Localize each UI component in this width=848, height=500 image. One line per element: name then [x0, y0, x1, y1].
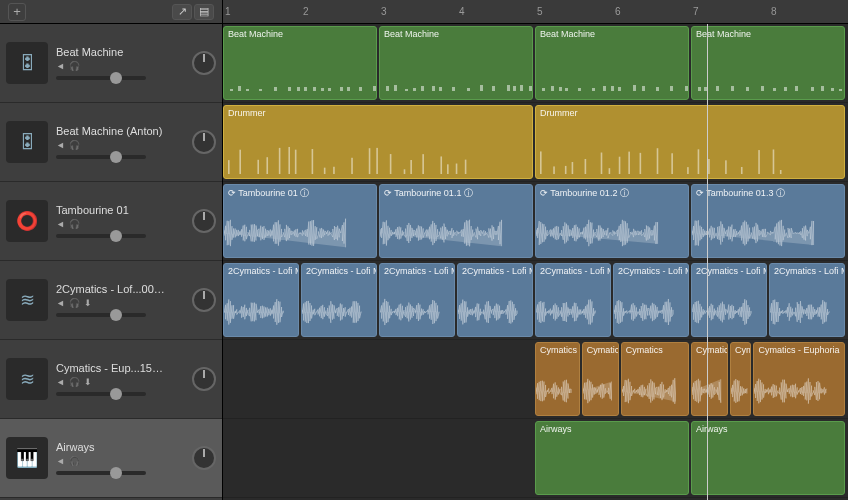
svg-rect-15	[410, 160, 412, 174]
volume-slider[interactable]	[56, 313, 146, 317]
arrange-lane[interactable]: ⟳ Tambourine 01 ⓘ⟳ Tambourine 01.1 ⓘ⟳ Ta…	[223, 182, 848, 261]
arrange-lane[interactable]: AirwaysAirways	[223, 419, 848, 498]
track-header[interactable]: 🎹 Airways ◄ 🎧	[0, 419, 222, 498]
mute-button[interactable]: ◄	[56, 219, 65, 229]
region-label: Drummer	[536, 106, 844, 120]
region[interactable]: 2Cymatics - Lofi Me	[457, 263, 533, 337]
region[interactable]: 2Cymatics - Lofi Me	[223, 263, 299, 337]
pan-knob[interactable]	[192, 446, 216, 470]
arrange-lane[interactable]: Cymatics - EuCymaticsCymaticsCymaticsCym…	[223, 340, 848, 419]
svg-rect-27	[609, 168, 611, 174]
arrange-lane[interactable]: Beat MachineBeat MachineBeat MachineBeat…	[223, 24, 848, 103]
pan-knob[interactable]	[192, 130, 216, 154]
volume-slider[interactable]	[56, 155, 146, 159]
region-label: 2Cymatics - Lofi Me	[770, 264, 844, 278]
ruler-mark: 5	[537, 6, 543, 17]
mute-button[interactable]: ◄	[56, 61, 65, 71]
input-button[interactable]: ⬇	[84, 377, 92, 387]
region-label: Beat Machine	[224, 27, 376, 41]
svg-rect-35	[708, 159, 710, 174]
svg-rect-10	[351, 158, 353, 174]
view-tool[interactable]: ▤	[194, 4, 214, 20]
region[interactable]: Cyma	[730, 342, 751, 416]
volume-slider[interactable]	[56, 76, 146, 80]
region-label: 2Cymatics - Lofi Me	[536, 264, 610, 278]
volume-slider[interactable]	[56, 392, 146, 396]
svg-rect-22	[553, 166, 555, 174]
region[interactable]: 2Cymatics - Lofi Me	[613, 263, 689, 337]
region-label: Cymatics	[583, 343, 618, 357]
svg-rect-33	[687, 167, 689, 174]
add-track-button[interactable]: +	[8, 3, 26, 21]
svg-rect-23	[565, 166, 567, 174]
region[interactable]: Cymatics	[582, 342, 619, 416]
region[interactable]: 2Cymatics - Lofi Me	[301, 263, 377, 337]
pan-knob[interactable]	[192, 51, 216, 75]
region[interactable]: Beat Machine	[223, 26, 377, 100]
region[interactable]: 2Cymatics - Lofi Me	[379, 263, 455, 337]
solo-button[interactable]: 🎧	[69, 61, 80, 71]
audio-wave-icon: ≋	[6, 279, 48, 321]
solo-button[interactable]: 🎧	[69, 456, 80, 466]
region[interactable]: Cymatics	[691, 342, 728, 416]
region-label: Airways	[692, 422, 844, 436]
mute-button[interactable]: ◄	[56, 298, 65, 308]
pan-knob[interactable]	[192, 288, 216, 312]
region[interactable]: Cymatics - Euphoria	[753, 342, 845, 416]
ruler-mark: 1	[225, 6, 231, 17]
arrange-lane[interactable]: DrummerDrummer	[223, 103, 848, 182]
solo-button[interactable]: 🎧	[69, 298, 80, 308]
region[interactable]: Beat Machine	[535, 26, 689, 100]
region[interactable]: ⟳ Tambourine 01.1 ⓘ	[379, 184, 533, 258]
solo-button[interactable]: 🎧	[69, 140, 80, 150]
region[interactable]: ⟳ Tambourine 01.3 ⓘ	[691, 184, 845, 258]
region[interactable]: Beat Machine	[379, 26, 533, 100]
region[interactable]: 2Cymatics - Lofi Me	[769, 263, 845, 337]
region[interactable]: Beat Machine	[691, 26, 845, 100]
pan-knob[interactable]	[192, 367, 216, 391]
svg-rect-6	[295, 150, 297, 174]
track-header[interactable]: ≋ 2Cymatics - Lof...00 BPM D Maj_1 ◄ 🎧 ⬇	[0, 261, 222, 340]
track-name: Beat Machine (Anton)	[56, 125, 166, 137]
ruler-mark: 6	[615, 6, 621, 17]
mute-button[interactable]: ◄	[56, 377, 65, 387]
region[interactable]: Drummer	[223, 105, 533, 179]
solo-button[interactable]: 🎧	[69, 219, 80, 229]
input-button[interactable]: ⬇	[84, 298, 92, 308]
region-label: Beat Machine	[692, 27, 844, 41]
track-header[interactable]: ≋ Cymatics - Eup...150 BPM F# Min ◄ 🎧 ⬇	[0, 340, 222, 419]
region[interactable]: Cymatics	[621, 342, 689, 416]
track-header[interactable]: ⭕ Tambourine 01 ◄ 🎧	[0, 182, 222, 261]
track-name: 2Cymatics - Lof...00 BPM D Maj_1	[56, 283, 166, 295]
solo-button[interactable]: 🎧	[69, 377, 80, 387]
mute-button[interactable]: ◄	[56, 140, 65, 150]
arrange-area[interactable]: Beat MachineBeat MachineBeat MachineBeat…	[223, 24, 848, 500]
region[interactable]: Airways	[691, 421, 845, 495]
region[interactable]: ⟳ Tambourine 01.2 ⓘ	[535, 184, 689, 258]
track-header[interactable]: 🎛 Beat Machine (Anton) ◄ 🎧	[0, 103, 222, 182]
timeline-ruler[interactable]: 123456789	[223, 0, 848, 23]
svg-rect-11	[369, 148, 371, 174]
region[interactable]: 2Cymatics - Lofi Me	[535, 263, 611, 337]
track-header[interactable]: 🎛 Beat Machine ◄ 🎧	[0, 24, 222, 103]
svg-rect-31	[657, 148, 659, 174]
automation-tool[interactable]: ↗	[172, 4, 192, 20]
mute-button[interactable]: ◄	[56, 456, 65, 466]
keyboard-icon: 🎹	[6, 437, 48, 479]
arrange-lane[interactable]: 2Cymatics - Lofi Me2Cymatics - Lofi Me2C…	[223, 261, 848, 340]
volume-slider[interactable]	[56, 234, 146, 238]
svg-rect-3	[266, 157, 268, 174]
region[interactable]: Airways	[535, 421, 689, 495]
region[interactable]: Cymatics - Eu	[535, 342, 580, 416]
svg-rect-38	[758, 150, 760, 174]
pan-knob[interactable]	[192, 209, 216, 233]
region[interactable]: 2Cymatics - Lofi Me	[691, 263, 767, 337]
svg-rect-34	[698, 149, 700, 174]
volume-slider[interactable]	[56, 471, 146, 475]
region[interactable]: Drummer	[535, 105, 845, 179]
region-label: Cyma	[731, 343, 750, 357]
region-label: Cymatics - Euphoria	[754, 343, 844, 357]
region-label: ⟳ Tambourine 01.2 ⓘ	[536, 185, 688, 202]
svg-rect-0	[228, 160, 230, 174]
region[interactable]: ⟳ Tambourine 01 ⓘ	[223, 184, 377, 258]
